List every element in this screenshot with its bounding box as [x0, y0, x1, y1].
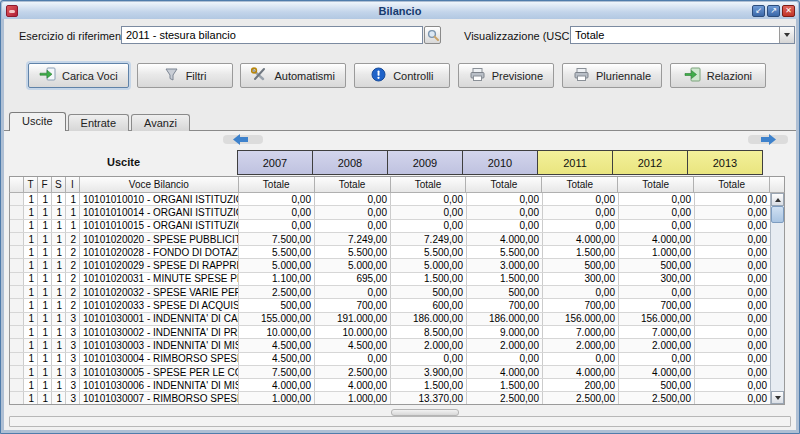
cell-value-2008[interactable]: 2.500,00 — [315, 366, 391, 378]
cell-value-2009[interactable]: 13.370,00 — [391, 392, 467, 404]
cell-value-2008[interactable]: 695,00 — [315, 273, 391, 285]
row-selector-cell[interactable] — [10, 206, 24, 218]
cell-value-2012[interactable]: 700,00 — [619, 299, 695, 311]
visualizzazione-combo[interactable]: Totale — [570, 26, 795, 44]
col-header-totale-2012[interactable]: Totale — [618, 177, 694, 192]
automatismi-button[interactable]: Automatismi — [240, 63, 346, 88]
cell-value-2013[interactable]: 0,00 — [695, 326, 771, 338]
row-selector-cell[interactable] — [10, 273, 24, 285]
cell-value-2010[interactable]: 2.000,00 — [467, 339, 543, 351]
cell-value-2007[interactable]: 10.000,00 — [239, 326, 315, 338]
cell-value-2012[interactable]: 156.000,00 — [619, 313, 695, 325]
cell-value-2012[interactable]: 0,00 — [619, 353, 695, 365]
cell-value-2011[interactable]: 200,00 — [543, 379, 619, 391]
table-row[interactable]: 111310101030002 - INDENNITA' DI PRESENZA… — [10, 326, 784, 339]
cell-value-2011[interactable]: 0,00 — [543, 220, 619, 232]
cell-value-2011[interactable]: 300,00 — [543, 273, 619, 285]
cell-value-2010[interactable]: 0,00 — [467, 220, 543, 232]
cell-value-2008[interactable]: 5.500,00 — [315, 246, 391, 258]
cell-voce-bilancio[interactable]: 10101020028 - FONDO DI DOTAZIONE — [80, 246, 239, 258]
cell-value-2009[interactable]: 1.500,00 — [391, 273, 467, 285]
cell-voce-bilancio[interactable]: 10101020029 - SPESE DI RAPPRESENTANZA — [80, 259, 239, 271]
cell-value-2007[interactable]: 1.100,00 — [239, 273, 315, 285]
cell-value-2010[interactable]: 2.500,00 — [467, 392, 543, 404]
cell-value-2009[interactable]: 0,00 — [391, 206, 467, 218]
cell-value-2013[interactable]: 0,00 — [695, 299, 771, 311]
cell-voce-bilancio[interactable]: 10101030001 - INDENNITA' DI CARICA — [80, 313, 239, 325]
row-selector-cell[interactable] — [10, 366, 24, 378]
cell-value-2011[interactable]: 7.000,00 — [543, 326, 619, 338]
table-row[interactable]: 111110101010015 - ORGANI ISTITUZIONALI0,… — [10, 220, 784, 233]
cell-value-2012[interactable]: 500,00 — [619, 259, 695, 271]
cell-value-2009[interactable]: 2.000,00 — [391, 339, 467, 351]
filtri-button[interactable]: Filtri — [137, 63, 233, 88]
scrollbar-thumb[interactable] — [771, 206, 784, 223]
table-row[interactable]: 111210101020029 - SPESE DI RAPPRESENTANZ… — [10, 259, 784, 272]
cell-value-2007[interactable]: 4.000,00 — [239, 379, 315, 391]
cell-value-2012[interactable]: 500,00 — [619, 379, 695, 391]
cell-value-2012[interactable]: 0,00 — [619, 206, 695, 218]
title-bar[interactable]: Bilancio ↙ ↗ ✕ — [2, 2, 798, 19]
cell-value-2009[interactable]: 8.500,00 — [391, 326, 467, 338]
cell-value-2013[interactable]: 0,00 — [695, 193, 771, 205]
cell-voce-bilancio[interactable]: 10101030004 - RIMBORSO SPESE AI — [80, 353, 239, 365]
cell-value-2013[interactable]: 0,00 — [695, 313, 771, 325]
carica-voci-button[interactable]: Carica Voci — [28, 63, 129, 88]
table-row[interactable]: 111110101010014 - ORGANI ISTITUZIONALI0,… — [10, 206, 784, 219]
cell-value-2012[interactable]: 300,00 — [619, 273, 695, 285]
pluriennale-button[interactable]: Pluriennale — [562, 63, 662, 88]
cell-value-2008[interactable]: 5.000,00 — [315, 259, 391, 271]
cell-voce-bilancio[interactable]: 10101030006 - INDENNITA' DI MISSIONE — [80, 379, 239, 391]
cell-value-2009[interactable]: 5.500,00 — [391, 246, 467, 258]
table-row[interactable]: 111110101010010 - ORGANI ISTITUZIONALI0,… — [10, 193, 784, 206]
cell-value-2008[interactable]: 7.249,00 — [315, 233, 391, 245]
cell-value-2008[interactable]: 0,00 — [315, 353, 391, 365]
search-button[interactable] — [424, 26, 441, 44]
cell-value-2008[interactable]: 1.000,00 — [315, 392, 391, 404]
col-header-totale-2013[interactable]: Totale — [694, 177, 770, 192]
previsione-button[interactable]: Previsione — [458, 63, 554, 88]
cell-voce-bilancio[interactable]: 10101010015 - ORGANI ISTITUZIONALI — [80, 220, 239, 232]
col-header-totale-2007[interactable]: Totale — [239, 177, 315, 192]
cell-value-2012[interactable]: 1.000,00 — [619, 246, 695, 258]
cell-value-2009[interactable]: 7.249,00 — [391, 233, 467, 245]
cell-voce-bilancio[interactable]: 10101030003 - INDENNITA' DI MISSIONE — [80, 339, 239, 351]
cell-value-2007[interactable]: 5.000,00 — [239, 259, 315, 271]
cell-value-2008[interactable]: 4.000,00 — [315, 379, 391, 391]
cell-voce-bilancio[interactable]: 10101020032 - SPESE VARIE PER IL C — [80, 286, 239, 298]
year-header-2008[interactable]: 2008 — [312, 150, 388, 175]
cell-value-2007[interactable]: 2.500,00 — [239, 286, 315, 298]
cell-value-2008[interactable]: 0,00 — [315, 220, 391, 232]
table-row[interactable]: 111310101030004 - RIMBORSO SPESE AI4.500… — [10, 353, 784, 366]
row-selector-cell[interactable] — [10, 246, 24, 258]
row-selector-cell[interactable] — [10, 339, 24, 351]
cell-value-2007[interactable]: 4.500,00 — [239, 353, 315, 365]
cell-value-2013[interactable]: 0,00 — [695, 246, 771, 258]
cell-value-2013[interactable]: 0,00 — [695, 273, 771, 285]
cell-value-2011[interactable]: 700,00 — [543, 299, 619, 311]
tab-uscite[interactable]: Uscite — [9, 112, 66, 131]
cell-voce-bilancio[interactable]: 10101030002 - INDENNITA' DI PRESENZA — [80, 326, 239, 338]
cell-value-2011[interactable]: 156.000,00 — [543, 313, 619, 325]
row-selector-cell[interactable] — [10, 326, 24, 338]
table-row[interactable]: 111210101020033 - SPESE DI ACQUISTO500,0… — [10, 299, 784, 312]
cell-value-2007[interactable]: 5.500,00 — [239, 246, 315, 258]
cell-value-2008[interactable]: 0,00 — [315, 206, 391, 218]
cell-value-2012[interactable]: 2.000,00 — [619, 339, 695, 351]
cell-value-2009[interactable]: 1.500,00 — [391, 379, 467, 391]
row-selector-cell[interactable] — [10, 286, 24, 298]
table-row[interactable]: 111310101030001 - INDENNITA' DI CARICA15… — [10, 313, 784, 326]
cell-value-2008[interactable]: 191.000,00 — [315, 313, 391, 325]
year-header-2009[interactable]: 2009 — [387, 150, 463, 175]
cell-value-2009[interactable]: 500,00 — [391, 286, 467, 298]
table-row[interactable]: 111310101030006 - INDENNITA' DI MISSIONE… — [10, 379, 784, 392]
cell-value-2010[interactable]: 0,00 — [467, 206, 543, 218]
cell-value-2011[interactable]: 0,00 — [543, 286, 619, 298]
cell-value-2010[interactable]: 4.000,00 — [467, 366, 543, 378]
cell-value-2007[interactable]: 4.500,00 — [239, 339, 315, 351]
cell-value-2010[interactable]: 3.000,00 — [467, 259, 543, 271]
cell-value-2010[interactable]: 5.500,00 — [467, 246, 543, 258]
cell-value-2011[interactable]: 0,00 — [543, 353, 619, 365]
year-header-2011[interactable]: 2011 — [537, 150, 613, 175]
row-selector-cell[interactable] — [10, 353, 24, 365]
